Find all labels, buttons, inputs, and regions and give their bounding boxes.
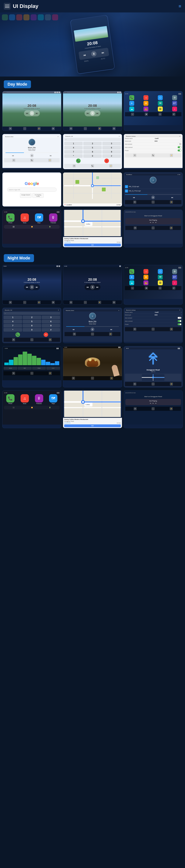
night-play[interactable]: ⏸: [30, 285, 34, 289]
photo-nav-3[interactable]: ⚡: [110, 377, 113, 380]
night-settings-close[interactable]: ✕: [179, 309, 180, 311]
night-device-name-arrow[interactable]: ›: [181, 312, 181, 313]
night-nav-apps[interactable]: ⊞: [52, 301, 55, 304]
app-telegram[interactable]: ✈: [129, 101, 134, 106]
social-next[interactable]: ⏭: [171, 196, 173, 198]
night-dial-9[interactable]: 9: [42, 324, 60, 328]
night-app-radio[interactable]: 📻: [143, 280, 149, 285]
eq-bass[interactable]: BASS: [4, 367, 17, 370]
photo-nav-2[interactable]: 📞: [91, 377, 94, 380]
np-next[interactable]: ⏭: [155, 222, 157, 223]
night-settings-nav-1[interactable]: ✉: [133, 328, 136, 331]
direction-nav-2[interactable]: 📞: [152, 382, 155, 385]
np-nav-1[interactable]: ✉: [134, 226, 137, 229]
play-track[interactable]: ⏸: [30, 154, 34, 157]
social-nav-1[interactable]: ✉: [133, 200, 136, 204]
night-device-pin-arrow[interactable]: ›: [181, 314, 181, 316]
social-nav-2[interactable]: 📞: [152, 200, 155, 204]
night-nav-auto-2[interactable]: ⚡: [98, 301, 101, 304]
bt-music-close[interactable]: ✕: [58, 136, 58, 137]
night-app-waze[interactable]: W: [143, 275, 149, 280]
direction-nav-3[interactable]: ⚡: [170, 382, 173, 385]
night-next[interactable]: ⏭: [36, 286, 38, 288]
night-settings-nav-2[interactable]: 📞: [152, 328, 155, 331]
night-np-nav-2[interactable]: 📞: [152, 407, 155, 410]
social-prev[interactable]: ⏮: [133, 196, 135, 198]
app-social[interactable]: ♪: [172, 106, 177, 112]
next-track[interactable]: ⏭: [50, 155, 52, 157]
dial-hash[interactable]: #: [102, 154, 121, 158]
google-search-bar[interactable]: Search or type URL: [7, 188, 57, 192]
night-nav-menu[interactable]: ≡: [159, 286, 162, 289]
night-call-nav-3[interactable]: ⚡: [49, 338, 52, 341]
direction-nav-1[interactable]: ✉: [133, 382, 136, 385]
night-dial-1[interactable]: 1: [4, 316, 22, 319]
night-app-telegram[interactable]: ✈: [129, 275, 134, 280]
night-cp-podcast[interactable]: 🎙 Podcasts: [35, 394, 43, 404]
app-settings[interactable]: ⚙: [172, 95, 177, 100]
night-go-button[interactable]: GO: [64, 424, 121, 427]
night-nav-dial[interactable]: 📞: [23, 301, 26, 304]
play-pause-button[interactable]: ⏸: [91, 51, 97, 57]
go-button[interactable]: GO: [64, 244, 121, 246]
dial-4[interactable]: 4: [64, 146, 83, 150]
night-app-bt2[interactable]: BT: [172, 275, 177, 280]
night-prev[interactable]: ⏮: [26, 286, 28, 288]
night-dial-2[interactable]: 2: [23, 316, 41, 319]
dial-2[interactable]: 2: [83, 142, 102, 145]
eq-nav-1[interactable]: ✉: [12, 372, 15, 375]
night-call-nav-2[interactable]: 📞: [30, 338, 33, 341]
car-prev[interactable]: ⏮: [26, 112, 28, 115]
np-nav-3[interactable]: ⚡: [170, 226, 173, 229]
next-button[interactable]: ⏭: [101, 50, 105, 55]
night-auto-answer-toggle[interactable]: [178, 317, 181, 319]
night-music-close[interactable]: ✕: [118, 310, 119, 311]
dial-5[interactable]: 5: [83, 146, 102, 150]
nav-home[interactable]: ⌂: [131, 113, 134, 116]
night-power-toggle[interactable]: [178, 323, 181, 325]
photo-nav-1[interactable]: ✉: [72, 377, 75, 380]
night-app-maps[interactable]: 🗺: [158, 275, 163, 280]
night-cp-phone[interactable]: 📞 Phone: [6, 394, 15, 404]
nav-menu[interactable]: ≡: [159, 113, 162, 116]
night-np-nav-3[interactable]: ⚡: [170, 407, 173, 410]
call-close[interactable]: ✕: [119, 135, 120, 137]
cp-maps[interactable]: 🗺 Maps: [35, 213, 43, 223]
nav-dial[interactable]: 📞: [23, 127, 26, 130]
night-settings-nav-3[interactable]: ⚡: [170, 328, 173, 331]
nav-auto[interactable]: ⚡: [37, 127, 41, 130]
night-end-call-btn[interactable]: ✕: [44, 332, 48, 337]
eq-treble[interactable]: TREB: [32, 367, 46, 370]
night-nav-email[interactable]: ✉: [9, 301, 12, 304]
night-play-2[interactable]: ⏸: [90, 285, 95, 289]
eq-mid[interactable]: MID: [18, 367, 31, 370]
end-call-btn[interactable]: ✕: [104, 159, 109, 163]
cp-music[interactable]: ♫ Music: [21, 213, 29, 223]
night-app-bt[interactable]: ⬡: [158, 269, 163, 274]
feeling-lucky-btn[interactable]: I'm Feeling Lucky: [32, 193, 44, 198]
social-nav-3[interactable]: ⚡: [170, 200, 173, 204]
dial-0[interactable]: 0: [83, 154, 102, 158]
app-weather[interactable]: ☁: [129, 106, 134, 112]
night-np-next[interactable]: ⏭: [155, 403, 157, 404]
nav-icon[interactable]: ≡: [179, 4, 181, 9]
settings-close[interactable]: ✕: [179, 135, 180, 137]
app-maps[interactable]: 🗺: [158, 101, 163, 106]
car-play[interactable]: ⏸: [30, 111, 34, 116]
night-app-social[interactable]: ♪: [172, 280, 177, 285]
app-waze[interactable]: W: [143, 101, 149, 106]
night-music-nav-1[interactable]: ✉: [73, 333, 76, 336]
night-app-music[interactable]: ♫: [143, 269, 149, 274]
night-call-close[interactable]: ✕: [58, 309, 59, 311]
dial-9[interactable]: 9: [102, 150, 121, 154]
dial-8[interactable]: 8: [83, 150, 102, 154]
power-toggle[interactable]: [178, 150, 181, 151]
np-prev[interactable]: ⏮: [150, 222, 151, 223]
night-nav-dial-2[interactable]: 📞: [84, 301, 87, 304]
eq-nav-2[interactable]: 📞: [30, 372, 33, 375]
night-call-btn[interactable]: 📞: [16, 332, 20, 337]
prev-track[interactable]: ⏮: [12, 155, 14, 157]
cp-podcast[interactable]: 🎙 Podcasts: [49, 213, 57, 223]
nav-apps-2[interactable]: ⊞: [112, 127, 115, 130]
night-nav-email-2[interactable]: ✉: [70, 301, 73, 304]
